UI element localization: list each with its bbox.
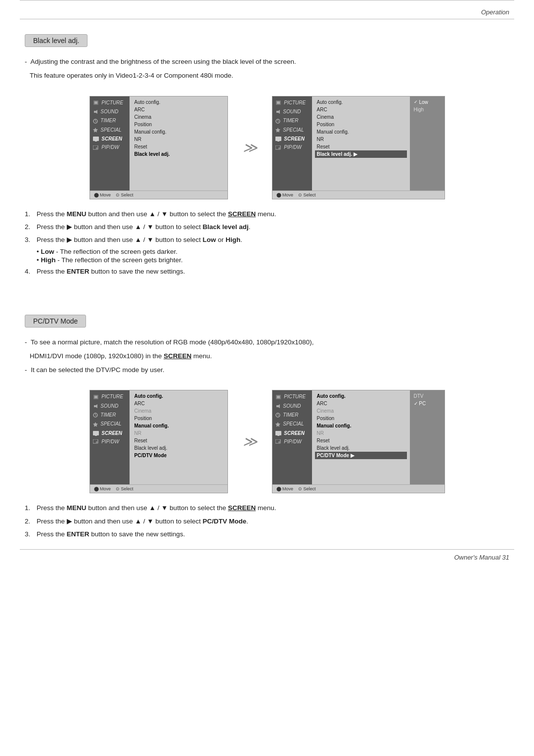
header-row: Operation xyxy=(0,4,534,19)
svg-marker-39 xyxy=(275,422,280,427)
instr1-1: 1. Press the MENU button and then use ▲ … xyxy=(25,209,509,219)
menu-bottom-s2-after: ⬤ Move ⊙ Select xyxy=(272,484,445,493)
menu-center-s2-after: Auto config. ARC Cinema Position Manual … xyxy=(312,390,410,484)
transition-arrow-s2: ≫ xyxy=(243,433,257,450)
menu-item-picture: PICTURE xyxy=(90,98,130,107)
instr2-3: 3. Press the ENTER button to save the ne… xyxy=(25,529,509,539)
menu-left-panel-s2-after: PICTURE SOUND TIMER SPECIAL xyxy=(272,390,312,484)
section2-menu-before: PICTURE SOUND TIMER SPECIAL xyxy=(89,390,228,493)
svg-marker-2 xyxy=(94,110,97,114)
section1-bullets: • Low - The reflection of the screen get… xyxy=(37,248,509,264)
menu-bottom-s2-before: ⬤ Move ⊙ Select xyxy=(90,484,227,493)
menu-item-screen: SCREEN xyxy=(90,135,130,143)
section2-instructions: 1. Press the MENU button and then use ▲ … xyxy=(25,503,509,539)
section2-menus-row: PICTURE SOUND TIMER SPECIAL xyxy=(25,390,509,493)
instr1-2: 2. Press the ▶ button and then use ▲ / ▼… xyxy=(25,222,509,232)
section1-title: Black level adj. xyxy=(25,34,88,47)
section1-instructions: 1. Press the MENU button and then use ▲ … xyxy=(25,209,509,277)
section1-menus-row: PICTURE SOUND TIMER SPECIAL xyxy=(25,96,509,199)
svg-rect-23 xyxy=(94,396,97,398)
menu-center-before: Auto config. ARC Cinema Position Manual … xyxy=(130,96,227,190)
menu-left-panel: PICTURE SOUND TIMER SPECIAL xyxy=(90,96,130,190)
instr2-1: 1. Press the MENU button and then use ▲ … xyxy=(25,503,509,513)
menu-item-picture-r: PICTURE xyxy=(272,98,312,107)
divider-top xyxy=(20,19,514,19)
svg-marker-13 xyxy=(276,110,280,114)
section2-header: PC/DTV Mode xyxy=(25,315,509,332)
menu-left-panel-after: PICTURE SOUND TIMER SPECIAL xyxy=(272,96,312,190)
menu-item-sound: SOUND xyxy=(90,107,130,116)
svg-rect-41 xyxy=(277,435,279,436)
menu-item-pipdw: PIP/DW xyxy=(90,143,130,151)
top-rule xyxy=(20,0,514,4)
section1-menu-after: PICTURE SOUND TIMER SPECIAL xyxy=(272,96,445,199)
instr1-3: 3. Press the ▶ button and then use ▲ / ▼… xyxy=(25,235,509,245)
svg-rect-29 xyxy=(93,431,99,435)
svg-rect-1 xyxy=(94,101,97,104)
menu-item-special: SPECIAL xyxy=(90,126,130,135)
footer-row: Owner's Manual 31 xyxy=(0,550,534,564)
svg-marker-17 xyxy=(275,128,280,133)
menu-center-s2-before: Auto config. ARC Cinema Position Manual … xyxy=(130,390,227,484)
svg-rect-19 xyxy=(277,141,279,142)
menu-submenu-s2-after: DTV ✓ PC xyxy=(410,390,445,484)
svg-rect-7 xyxy=(93,137,99,141)
section2-desc3: - It can be selected the DTV/PC mode by … xyxy=(25,365,509,375)
footer-text: Owner's Manual 31 xyxy=(454,554,509,561)
section-gap xyxy=(0,285,534,300)
section1-desc2: This feature operates only in Video1-2-3… xyxy=(30,71,509,81)
svg-rect-10 xyxy=(96,147,98,149)
section2-desc1: - To see a normal picture, match the res… xyxy=(25,337,509,347)
svg-marker-6 xyxy=(93,128,98,133)
menu-item-special-r: SPECIAL xyxy=(272,126,312,135)
svg-rect-32 xyxy=(96,441,98,443)
instr1-4: 4. Press the ENTER button to save the ne… xyxy=(25,267,509,277)
section1-header: Black level adj. xyxy=(25,34,509,52)
instr2-2: 2. Press the ▶ button and then use ▲ / ▼… xyxy=(25,517,509,526)
svg-rect-12 xyxy=(277,101,280,104)
menu-item-pipdw-r: PIP/DW xyxy=(272,143,312,151)
svg-marker-35 xyxy=(276,404,280,408)
svg-line-5 xyxy=(95,121,96,122)
svg-rect-43 xyxy=(278,441,281,443)
menu-item-timer: TIMER xyxy=(90,116,130,125)
menu-item-sound-r: SOUND xyxy=(272,107,312,116)
section1-desc1: - Adjusting the contrast and the brightn… xyxy=(25,57,509,67)
svg-marker-24 xyxy=(94,404,97,408)
menu-left-panel-s2: PICTURE SOUND TIMER SPECIAL xyxy=(90,390,130,484)
svg-rect-30 xyxy=(95,435,97,436)
svg-line-27 xyxy=(95,415,96,416)
menu-item-screen-r: SCREEN xyxy=(272,135,312,143)
svg-rect-18 xyxy=(275,137,281,141)
svg-line-16 xyxy=(278,121,279,122)
svg-marker-28 xyxy=(93,422,98,427)
menu-bottom-before: ⬤ Move ⊙ Select xyxy=(90,190,227,199)
section1-menu-before: PICTURE SOUND TIMER SPECIAL xyxy=(89,96,228,199)
menu-center-after: Auto config. ARC Cinema Position Manual … xyxy=(312,96,410,190)
svg-rect-8 xyxy=(95,141,97,142)
svg-rect-40 xyxy=(275,431,281,435)
svg-line-38 xyxy=(278,415,279,416)
transition-arrow: ≫ xyxy=(243,140,257,156)
menu-submenu-after: Low High xyxy=(410,96,445,190)
header-title: Operation xyxy=(481,8,509,16)
section2-desc2: HDMI1/DVI mode (1080p, 1920x1080) in the… xyxy=(30,351,509,361)
svg-rect-34 xyxy=(277,396,280,398)
section2-title: PC/DTV Mode xyxy=(25,315,86,328)
section2-menu-after: PICTURE SOUND TIMER SPECIAL xyxy=(272,390,445,493)
menu-bottom-after: ⬤ Move ⊙ Select xyxy=(272,190,445,199)
menu-item-timer-r: TIMER xyxy=(272,116,312,125)
svg-rect-21 xyxy=(278,147,281,149)
page: Operation Black level adj. - Adjusting t… xyxy=(0,0,534,756)
